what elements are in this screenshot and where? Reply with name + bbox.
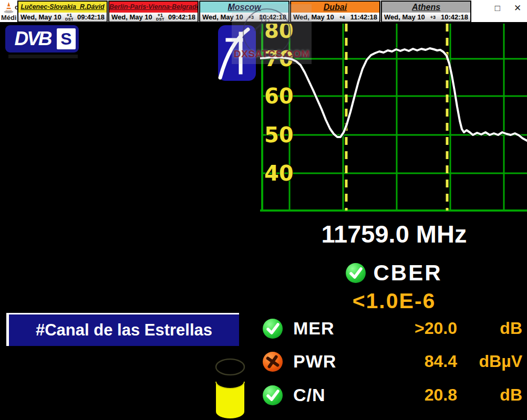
clock-time: 09:42:18	[168, 13, 195, 21]
window-title-fragment: Médi	[1, 14, 17, 22]
mer-unit: dB	[457, 319, 524, 338]
cn-status-icon	[263, 385, 283, 405]
timezone-offset: +1 DST	[156, 13, 165, 21]
pwr-unit: dBµV	[457, 352, 524, 371]
pwr-row: PWR 84.4 dBµV	[263, 351, 524, 372]
clock-panel-berlin: Berlin-Paris-Vienna-Belgrade Wed, May 10…	[108, 1, 199, 23]
clock-city-label: Athens	[382, 2, 470, 13]
cn-label: C/N	[293, 385, 380, 405]
clock-date: Wed, May 10	[202, 13, 243, 21]
pwr-status-icon	[263, 352, 283, 372]
clock-date: Wed, May 10	[293, 13, 334, 21]
clock-time: 10:42:18	[259, 13, 286, 21]
channel-name-box: #Canal de las Estrellas	[6, 313, 239, 346]
battery-level-icon	[209, 353, 253, 420]
clock-city-label: Dubai	[291, 2, 379, 13]
svg-text:50: 50	[264, 123, 294, 147]
channel-name: #Canal de las Estrellas	[36, 321, 212, 340]
cber-status-icon	[346, 263, 366, 283]
dvbs-s-badge: S	[57, 28, 76, 49]
satellite-dish-icon[interactable]	[218, 25, 256, 81]
timezone-offset: +3	[428, 15, 438, 19]
clock-time: 09:42:18	[77, 13, 105, 21]
clock-panel-moscow: Moscow Wed, May 10 +3 10:42:18	[199, 1, 290, 23]
analyzer-screen: c Médi Lučenec-Slovakia_R.Dávid Wed, May…	[0, 0, 527, 420]
timezone-offset: +3	[246, 15, 256, 19]
clock-panel-dubai: Dubai Wed, May 10 +4 11:42:18	[290, 1, 380, 23]
svg-text:60: 60	[264, 84, 294, 108]
clock-date: Wed, May 10	[111, 13, 152, 21]
maximize-button[interactable]: □	[491, 2, 504, 15]
clock-city-label: Moscow	[200, 2, 288, 13]
pwr-label: PWR	[293, 351, 380, 372]
pwr-value: 84.4	[380, 352, 457, 371]
spectrum-graph: 8070605040	[260, 24, 527, 215]
cn-row: C/N 20.8 dB	[263, 385, 524, 405]
clock-time: 11:42:18	[350, 13, 377, 21]
cber-row: CBER	[263, 260, 525, 286]
dvbs-logo: DVB S	[5, 25, 79, 52]
clock-panel-athens: Athens Wed, May 10 +3 10:42:18	[381, 1, 471, 23]
mer-row: MER >20.0 dB	[263, 318, 524, 339]
clock-city-label: Berlin-Paris-Vienna-Belgrade	[109, 2, 198, 13]
titlebar: c Médi Lučenec-Slovakia_R.Dávid Wed, May…	[0, 0, 527, 24]
dvb-logo-text: DVB	[8, 28, 57, 50]
clock-city-label: Lučenec-Slovakia_R.Dávid	[18, 2, 107, 13]
world-clocks: Lučenec-Slovakia_R.Dávid Wed, May 10 +1 …	[17, 1, 472, 23]
svg-text:40: 40	[264, 161, 294, 185]
frequency-readout: 11759.0 MHz	[263, 219, 525, 248]
svg-text:80: 80	[264, 24, 294, 43]
cber-label: CBER	[373, 260, 442, 286]
clock-date: Wed, May 10	[20, 13, 61, 21]
clock-panel-lucenec: Lučenec-Slovakia_R.Dávid Wed, May 10 +1 …	[17, 1, 108, 23]
mer-value: >20.0	[380, 319, 457, 338]
logo-underline	[8, 55, 78, 58]
close-button[interactable]: ✕	[511, 2, 524, 15]
cn-value: 20.8	[380, 385, 457, 405]
clock-time: 10:42:18	[441, 13, 468, 21]
timezone-offset: +4	[337, 15, 347, 19]
timezone-offset: +1 DST	[65, 13, 74, 21]
mer-status-icon	[263, 319, 283, 339]
mer-label: MER	[293, 318, 380, 339]
clock-date: Wed, May 10	[384, 13, 425, 21]
cber-value: <1.0E-6	[263, 289, 525, 313]
cn-unit: dB	[457, 385, 524, 405]
